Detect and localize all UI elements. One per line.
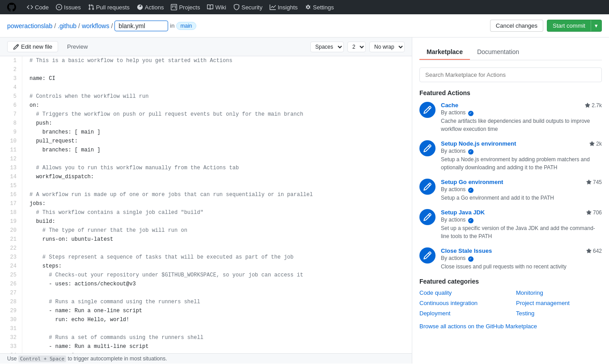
nav-security[interactable]: Security bbox=[230, 0, 266, 14]
verified-badge: ✓ bbox=[468, 111, 474, 116]
nav-pull-requests[interactable]: Pull requests bbox=[85, 0, 133, 14]
line-number: 21 bbox=[0, 235, 22, 244]
action-desc: Setup a Node.js environment by adding pr… bbox=[441, 155, 602, 172]
code-lines: 1# This is a basic workflow to help you … bbox=[0, 56, 412, 353]
nav-wiki[interactable]: Wiki bbox=[203, 0, 230, 14]
line-content: on: bbox=[22, 101, 412, 110]
tab-edit[interactable]: Edit new file bbox=[7, 41, 58, 52]
table-row: 8 push: bbox=[0, 119, 412, 128]
owner-link[interactable]: poweractionslab bbox=[7, 22, 52, 29]
line-content bbox=[22, 324, 412, 333]
code-editor[interactable]: 1# This is a basic workflow to help you … bbox=[0, 56, 412, 353]
branch-label: in main bbox=[170, 22, 196, 30]
line-number: 9 bbox=[0, 128, 22, 137]
branch-badge: main bbox=[176, 22, 196, 30]
line-number: 28 bbox=[0, 297, 22, 306]
line-content: run: echo Hello, world! bbox=[22, 315, 412, 324]
list-item: Cache 2.7k By actions ✓ Cache artifacts … bbox=[419, 102, 602, 133]
line-content bbox=[22, 244, 412, 253]
filename-input[interactable] bbox=[114, 21, 168, 31]
category-link[interactable]: Project management bbox=[516, 299, 602, 307]
category-link[interactable]: Deployment bbox=[419, 309, 505, 318]
line-content: # Controls when the workflow will run bbox=[22, 92, 412, 101]
browse-link[interactable]: Browse all actions on the GitHub Marketp… bbox=[419, 323, 602, 330]
line-content: - uses: actions/checkout@v3 bbox=[22, 280, 412, 289]
sep3: / bbox=[111, 22, 113, 29]
line-content: steps: bbox=[22, 262, 412, 271]
action-by: By actions ✓ bbox=[441, 186, 602, 193]
line-content: branches: [ main ] bbox=[22, 146, 412, 155]
nav-projects[interactable]: Projects bbox=[167, 0, 203, 14]
table-row: 30 run: echo Hello, world! bbox=[0, 315, 412, 324]
repo-link[interactable]: .github bbox=[58, 22, 76, 29]
table-row: 20 # The type of runner that the job wil… bbox=[0, 226, 412, 235]
verified-badge: ✓ bbox=[468, 218, 474, 223]
table-row: 33 - name: Run a multi-line script bbox=[0, 342, 412, 351]
action-name[interactable]: Setup Java JDK bbox=[441, 209, 485, 216]
action-header: Cache 2.7k bbox=[441, 102, 602, 109]
line-content: name: CI bbox=[22, 74, 412, 83]
action-stars: 706 bbox=[586, 209, 602, 216]
table-row: 5# Controls when the workflow will run bbox=[0, 92, 412, 101]
nav-code[interactable]: Code bbox=[23, 0, 52, 14]
line-number: 24 bbox=[0, 262, 22, 271]
action-icon bbox=[419, 247, 436, 264]
tab-documentation[interactable]: Documentation bbox=[470, 45, 526, 60]
file-path-right: Cancel changes Start commit ▾ bbox=[490, 20, 602, 32]
line-number: 32 bbox=[0, 333, 22, 342]
line-number: 23 bbox=[0, 253, 22, 262]
nav-settings[interactable]: Settings bbox=[301, 0, 338, 14]
line-content: # Runs a set of commands using the runne… bbox=[22, 333, 412, 342]
nav-actions[interactable]: Actions bbox=[133, 0, 168, 14]
tab-preview[interactable]: Preview bbox=[62, 42, 93, 52]
file-path-bar: poweractionslab / .github / workflows / … bbox=[0, 14, 609, 38]
edit-icon bbox=[13, 44, 19, 50]
nav-issues[interactable]: Issues bbox=[52, 0, 85, 14]
line-content: # This workflow contains a single job ca… bbox=[22, 208, 412, 217]
action-header: Setup Java JDK 706 bbox=[441, 209, 602, 216]
indent-mode-select[interactable]: Spaces bbox=[310, 42, 344, 52]
sep2: / bbox=[78, 22, 80, 29]
line-number: 3 bbox=[0, 74, 22, 83]
category-link[interactable]: Continuous integration bbox=[419, 299, 505, 307]
commit-dropdown-arrow[interactable]: ▾ bbox=[591, 20, 601, 31]
commit-label[interactable]: Start commit bbox=[547, 20, 591, 31]
marketplace-search[interactable] bbox=[419, 67, 602, 82]
action-content: Cache 2.7k By actions ✓ Cache artifacts … bbox=[441, 102, 602, 133]
action-content: Setup Node.js environment 2k By actions … bbox=[441, 140, 602, 172]
start-commit-button[interactable]: Start commit ▾ bbox=[547, 20, 602, 32]
table-row: 28 # Runs a single command using the run… bbox=[0, 297, 412, 306]
line-content: branches: [ main ] bbox=[22, 128, 412, 137]
line-content: workflow_dispatch: bbox=[22, 172, 412, 181]
table-row: 13 # Allows you to run this workflow man… bbox=[0, 163, 412, 172]
action-stars: 642 bbox=[586, 248, 602, 254]
wrap-mode-select[interactable]: No wrap bbox=[369, 42, 405, 52]
status-bar: Use Control + Space to trigger autocompl… bbox=[0, 353, 412, 364]
line-content bbox=[22, 65, 412, 74]
category-link[interactable]: Monitoring bbox=[516, 289, 602, 297]
table-row: 16# A workflow run is made up of one or … bbox=[0, 190, 412, 199]
category-link[interactable]: Testing bbox=[516, 309, 602, 318]
action-header: Setup Go environment 745 bbox=[441, 179, 602, 185]
action-name[interactable]: Cache bbox=[441, 102, 458, 109]
tab-marketplace[interactable]: Marketplace bbox=[419, 45, 470, 60]
featured-actions-title: Featured Actions bbox=[419, 89, 602, 96]
github-logo[interactable] bbox=[7, 3, 16, 12]
action-header: Setup Node.js environment 2k bbox=[441, 140, 602, 147]
action-name[interactable]: Setup Go environment bbox=[441, 179, 503, 185]
action-name[interactable]: Setup Node.js environment bbox=[441, 140, 516, 147]
category-link[interactable]: Code quality bbox=[419, 289, 505, 297]
editor-tabs: Edit new file Preview bbox=[7, 41, 93, 52]
action-name[interactable]: Close Stale Issues bbox=[441, 247, 492, 254]
line-number: 27 bbox=[0, 289, 22, 297]
indent-size-select[interactable]: 2 bbox=[347, 42, 366, 52]
table-row: 22 bbox=[0, 244, 412, 253]
line-content: pull_request: bbox=[22, 137, 412, 146]
line-content bbox=[22, 83, 412, 92]
cancel-changes-button[interactable]: Cancel changes bbox=[490, 20, 543, 32]
line-number: 1 bbox=[0, 56, 22, 65]
table-row: 14 workflow_dispatch: bbox=[0, 172, 412, 181]
nav-insights[interactable]: Insights bbox=[266, 0, 301, 14]
folder-link[interactable]: workflows bbox=[82, 22, 109, 29]
editor-options: Spaces 2 No wrap bbox=[310, 42, 405, 52]
